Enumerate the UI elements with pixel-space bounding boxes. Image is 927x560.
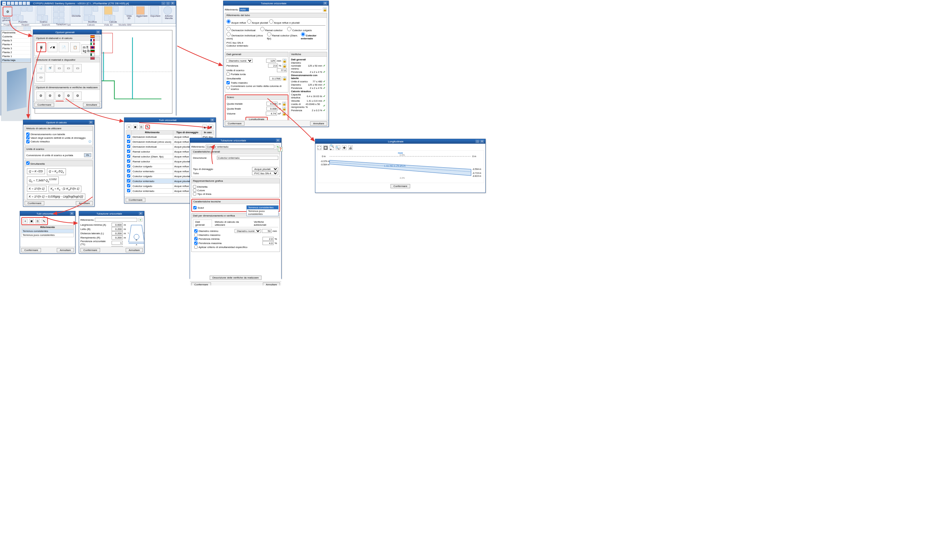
r-acqplu[interactable]: [247, 19, 251, 24]
cancel-button[interactable]: Annullare: [76, 201, 93, 205]
qa-save-icon[interactable]: [7, 2, 10, 5]
chk-tipolinea[interactable]: [193, 192, 196, 196]
chk-scavi[interactable]: [193, 206, 196, 209]
tool-icon-2[interactable]: [5, 27, 9, 30]
mat-icon[interactable]: ▭: [73, 64, 82, 73]
chk-val-scarichi[interactable]: [26, 136, 29, 140]
dmin-input[interactable]: [262, 229, 272, 233]
lock-icon[interactable]: 🔒: [282, 102, 286, 106]
mat-icon[interactable]: 🚿: [46, 64, 54, 73]
close-icon[interactable]: ✕: [89, 121, 93, 124]
min-icon[interactable]: –: [161, 2, 166, 5]
qi-input[interactable]: [266, 102, 278, 106]
sim-input[interactable]: [269, 76, 281, 80]
tubo-select[interactable]: PVC liso SN-4: [252, 171, 278, 175]
chk-dim-tabelle[interactable]: [26, 132, 29, 136]
r-colector-ent[interactable]: [301, 32, 305, 36]
confirm-button[interactable]: Confermare: [391, 184, 410, 188]
icon-btn[interactable]: 📄: [59, 42, 68, 52]
flag-pt-icon[interactable]: [90, 50, 95, 53]
lock-icon[interactable]: 🔒: [283, 76, 286, 80]
mat-icon[interactable]: ▭: [64, 64, 73, 73]
dim-icon[interactable]: ⚙: [64, 91, 73, 100]
pendh-input[interactable]: [112, 241, 123, 245]
flag-uk-icon[interactable]: [90, 46, 95, 49]
chk-calc-idr[interactable]: [26, 140, 29, 143]
dim-icon[interactable]: ⚙: [73, 91, 82, 100]
tree-item[interactable]: Planimetria: [1, 31, 31, 35]
r-acqrefplu[interactable]: [269, 19, 274, 24]
qa-icon-4[interactable]: [19, 2, 22, 5]
max-icon[interactable]: □: [476, 140, 479, 143]
tree-item[interactable]: Planta 5: [1, 39, 31, 42]
dim-icon[interactable]: ⚙: [55, 91, 63, 100]
lock-icon[interactable]: 🔒: [282, 106, 286, 111]
confirm-button[interactable]: Confermare: [81, 248, 100, 252]
pmin-input[interactable]: [263, 237, 274, 241]
pend-input[interactable]: [268, 64, 278, 68]
pmax-input[interactable]: [263, 241, 274, 245]
r2[interactable]: [260, 27, 264, 31]
confirm-button[interactable]: Confermare: [35, 103, 54, 107]
flag-fr-icon[interactable]: [90, 39, 95, 42]
us-input[interactable]: [277, 68, 287, 72]
help-icon[interactable]: ❓: [278, 147, 283, 152]
confirm-button[interactable]: Confermare: [191, 282, 211, 285]
flag-us-icon[interactable]: [90, 57, 95, 60]
close-icon[interactable]: ✕: [139, 212, 143, 215]
tree-item[interactable]: Planta 3: [1, 47, 31, 50]
chk-crit[interactable]: [194, 245, 198, 249]
tree-item[interactable]: Planta 2: [1, 50, 31, 55]
chk-pmax[interactable]: [194, 241, 198, 245]
dn-select[interactable]: Diametro nominale: [226, 59, 253, 63]
close-icon[interactable]: ✕: [480, 140, 484, 143]
max-icon[interactable]: □: [166, 2, 170, 5]
down-icon[interactable]: ▼: [209, 124, 213, 129]
qa-icon-6[interactable]: [27, 2, 30, 5]
desc-verif-button[interactable]: Descrizione delle verifiche da realizzar…: [210, 276, 262, 280]
flag-es-icon[interactable]: [90, 35, 95, 38]
cancel-button[interactable]: Annullare: [263, 282, 280, 285]
add-icon[interactable]: ＋: [127, 124, 131, 129]
dist-input[interactable]: [112, 231, 123, 235]
close-icon[interactable]: ✕: [210, 118, 214, 122]
pan-icon[interactable]: ✥: [342, 145, 346, 150]
up-icon[interactable]: ▲: [202, 124, 207, 129]
confirm-button[interactable]: Confermare: [225, 121, 245, 126]
dn-input[interactable]: [266, 59, 276, 63]
table-row[interactable]: Terrenos consistentes: [22, 229, 74, 233]
riemp-input[interactable]: [112, 235, 123, 240]
cancel-button[interactable]: Annullare: [126, 248, 143, 252]
r1[interactable]: [226, 27, 231, 31]
add-icon[interactable]: ＋: [23, 219, 27, 223]
zoom-in-icon[interactable]: 🔍+: [330, 145, 334, 150]
unit-badge[interactable]: l/s: [84, 153, 91, 157]
qa-redo-icon[interactable]: [15, 2, 18, 5]
close-icon[interactable]: ✕: [323, 2, 327, 5]
mat-icon[interactable]: ▭: [36, 73, 45, 82]
print-icon[interactable]: 🖨: [348, 145, 353, 150]
dropdown-option[interactable]: Terrenos consistentes: [247, 206, 278, 209]
scavi-dropdown-open[interactable]: Terrenos consistentes Terrenos poco cons…: [246, 205, 279, 216]
r3[interactable]: [287, 27, 292, 31]
qf-input[interactable]: [266, 106, 278, 111]
chk-sim[interactable]: [26, 161, 29, 165]
zoom-fit-icon[interactable]: ⛶: [317, 145, 322, 150]
icon-btn[interactable]: 📋: [70, 42, 80, 52]
table-row[interactable]: Terrenos poco consistentes: [22, 233, 74, 237]
info-icon[interactable]: ⓘ: [88, 140, 91, 143]
r-acqref[interactable]: [226, 19, 231, 24]
add-icon[interactable]: ＋: [138, 218, 143, 222]
del-icon[interactable]: ✖: [29, 219, 34, 223]
lock-icon[interactable]: 🔒: [282, 112, 286, 115]
confirm-button[interactable]: Confermare: [126, 198, 145, 202]
copy-icon[interactable]: ⎘: [139, 124, 144, 129]
larg-input[interactable]: [112, 223, 123, 227]
letto-input[interactable]: [112, 227, 123, 231]
floor-tree[interactable]: Planimetria Cubierta Planta 5 Planta 4 P…: [1, 30, 31, 63]
chk-etich[interactable]: [193, 185, 196, 188]
flag-it-icon[interactable]: [90, 42, 95, 45]
close-icon[interactable]: ✕: [96, 30, 100, 34]
close-icon[interactable]: ✕: [171, 2, 175, 5]
close-icon[interactable]: ✕: [70, 212, 74, 215]
